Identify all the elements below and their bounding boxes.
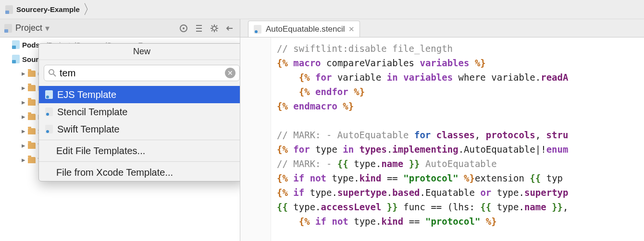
popup-item-swift[interactable]: Swift Template	[39, 120, 240, 138]
code-area[interactable]: // swiftlint:disable file_length {% macr…	[271, 37, 644, 241]
chevron-right-icon: ▸	[19, 112, 28, 121]
svg-rect-8	[12, 46, 16, 49]
chevron-right-icon: ▸	[19, 127, 28, 135]
file-icon	[253, 24, 262, 34]
svg-point-16	[46, 113, 49, 116]
module-icon	[4, 24, 12, 33]
popup-xcode-template[interactable]: File from Xcode Template...	[39, 164, 240, 181]
code-editor[interactable]: // swiftlint:disable file_length {% macr…	[240, 37, 644, 241]
breadcrumb-root[interactable]: Sourcery-Example	[5, 5, 80, 14]
popup-search[interactable]: ✕	[44, 65, 240, 81]
module-icon	[12, 40, 20, 49]
folder-icon	[28, 85, 36, 91]
svg-point-18	[46, 130, 49, 133]
tab-autoequatable[interactable]: AutoEquatable.stencil ✕	[248, 21, 360, 37]
folder-icon	[28, 143, 36, 149]
svg-rect-1	[5, 11, 9, 14]
svg-rect-3	[4, 29, 8, 33]
project-dropdown[interactable]: Project ▾	[4, 23, 50, 34]
tab-label: AutoEquatable.stencil	[266, 24, 345, 34]
separator	[39, 140, 240, 140]
project-label: Project	[15, 23, 42, 33]
chevron-right-icon: ▸	[19, 69, 28, 78]
gutter	[240, 37, 271, 241]
popup-item-label: Stencil Template	[57, 107, 127, 118]
file-icon	[45, 107, 53, 117]
folder-icon	[28, 99, 36, 106]
breadcrumb-root-label: Sourcery-Example	[16, 5, 80, 13]
popup-search-input[interactable]	[60, 68, 222, 79]
file-icon	[45, 90, 53, 99]
folder-icon	[28, 157, 36, 163]
folder-icon	[28, 114, 36, 120]
separator	[39, 161, 240, 162]
chevron-right-icon: ▸	[19, 98, 28, 107]
svg-point-5	[183, 27, 185, 29]
svg-point-14	[46, 96, 49, 98]
collapse-icon[interactable]	[193, 22, 205, 35]
popup-item-ejs[interactable]: EJS Template	[39, 86, 240, 103]
popup-edit-templates[interactable]: Edit File Templates...	[39, 142, 240, 159]
chevron-down-icon: ▾	[45, 23, 50, 34]
svg-rect-10	[12, 60, 16, 63]
editor-tabs: AutoEquatable.stencil ✕	[240, 19, 644, 37]
popup-title: New	[39, 44, 240, 60]
gear-icon[interactable]	[208, 22, 221, 35]
svg-point-20	[255, 30, 258, 33]
svg-point-11	[49, 70, 54, 74]
chevron-right-icon: 〉	[83, 3, 96, 16]
svg-line-12	[53, 74, 56, 76]
module-icon	[12, 54, 20, 64]
chevron-right-icon: ▸	[19, 156, 28, 164]
hide-icon[interactable]	[223, 22, 236, 35]
project-toolbar: Project ▾	[0, 19, 240, 37]
close-icon[interactable]: ✕	[348, 25, 355, 34]
breadcrumb: Sourcery-Example 〉	[0, 0, 644, 19]
project-tree: Pods ~/Projects/Sourcery/Sourcery-E Sour…	[0, 37, 240, 241]
clear-icon[interactable]: ✕	[225, 68, 235, 78]
search-icon	[48, 69, 57, 77]
popup-item-label: EJS Template	[57, 89, 116, 100]
popup-item-stencil[interactable]: Stencil Template	[39, 103, 240, 120]
new-popup: New ✕ EJS Template Stencil Template Swif…	[38, 43, 240, 181]
file-icon	[45, 124, 53, 134]
chevron-right-icon: ▸	[19, 141, 28, 150]
module-icon	[5, 5, 13, 14]
popup-item-label: Swift Template	[57, 124, 120, 135]
chevron-right-icon: ▸	[19, 84, 28, 92]
svg-point-6	[212, 26, 216, 30]
folder-icon	[28, 71, 36, 77]
folder-icon	[28, 128, 36, 134]
tree-label: Pods	[22, 41, 40, 49]
locate-icon[interactable]	[177, 22, 190, 35]
